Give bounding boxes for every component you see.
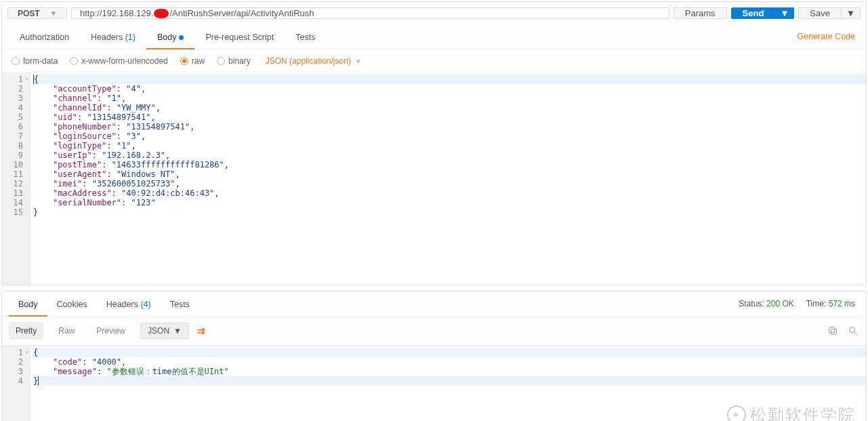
redaction-mark: [154, 9, 169, 18]
chevron-down-icon: ▼: [780, 8, 789, 18]
body-type-options: form-data x-www-form-urlencoded raw bina…: [2, 49, 866, 73]
content-type-label: JSON (application/json): [266, 56, 351, 66]
btn-label: Raw: [58, 326, 75, 336]
modified-dot-icon: [179, 35, 184, 40]
radio-icon: [12, 57, 20, 65]
url-text-suffix: /AntiRushServer/api/ActivityAntiRush: [169, 8, 314, 18]
radio-form-data[interactable]: form-data: [12, 56, 58, 66]
tab-headers[interactable]: Headers (1): [80, 24, 146, 49]
http-method-label: POST: [18, 9, 40, 18]
save-button-group: Save ▼: [798, 7, 861, 19]
view-raw-button[interactable]: Raw: [51, 322, 81, 340]
search-icon[interactable]: [847, 325, 859, 337]
send-button[interactable]: Send: [731, 7, 776, 19]
tab-resp-body[interactable]: Body: [9, 292, 47, 316]
radio-binary[interactable]: binary: [217, 56, 251, 66]
radio-label: x-www-form-urlencoded: [81, 56, 167, 66]
tab-label: Headers: [106, 300, 138, 309]
btn-label: Pretty: [16, 326, 37, 336]
response-toolbar: Pretty Raw Preview JSON▼ ⇉: [2, 317, 866, 346]
url-text-prefix: http://192.168.129.: [80, 8, 153, 18]
time-value: 572 ms: [829, 299, 855, 308]
editor-code[interactable]: { "code": "4000", "message": "参数错误：time的…: [30, 346, 866, 421]
json-key: "code": [53, 357, 82, 367]
view-pretty-button[interactable]: Pretty: [9, 322, 43, 340]
tab-resp-headers[interactable]: Headers (4): [97, 292, 161, 316]
time-label: Time:: [806, 299, 827, 308]
request-panel: POST ▼ http://192.168.129./AntiRushServe…: [1, 1, 867, 285]
tab-label: Body: [157, 33, 177, 42]
tab-label: Tests: [170, 300, 190, 309]
send-label: Send: [743, 8, 764, 18]
json-value: "4000": [92, 357, 121, 367]
svg-rect-1: [829, 327, 835, 333]
tab-prerequest[interactable]: Pre-request Script: [194, 24, 285, 49]
json-key: "message": [53, 367, 97, 376]
tab-label: Cookies: [57, 300, 87, 309]
svg-line-3: [854, 332, 857, 335]
request-body-editor[interactable]: 123456789101112131415 { "accountType": "…: [2, 73, 866, 285]
request-bar: POST ▼ http://192.168.129./AntiRushServe…: [2, 2, 866, 24]
save-button[interactable]: Save: [798, 7, 842, 19]
tab-label: Authorization: [20, 33, 69, 42]
chevron-down-icon: ▼: [355, 58, 362, 65]
svg-rect-0: [831, 329, 836, 334]
status-label: Status:: [739, 299, 764, 308]
radio-label: form-data: [23, 56, 58, 66]
tab-tests[interactable]: Tests: [285, 24, 326, 49]
radio-label: binary: [228, 56, 251, 66]
copy-icon[interactable]: [827, 325, 839, 337]
chevron-down-icon: ▼: [173, 326, 182, 336]
content-type-select[interactable]: JSON (application/json)▼: [266, 56, 362, 66]
editor-gutter: 1234: [2, 346, 30, 421]
tab-resp-tests[interactable]: Tests: [161, 292, 199, 316]
code-line: {: [33, 348, 38, 357]
http-method-select[interactable]: POST ▼: [7, 7, 67, 19]
radio-raw[interactable]: raw: [180, 56, 205, 66]
tab-body[interactable]: Body: [146, 24, 195, 49]
btn-label: Preview: [96, 326, 125, 336]
response-format-select[interactable]: JSON▼: [140, 323, 189, 339]
response-body-editor[interactable]: 1234 { "code": "4000", "message": "参数错误：…: [2, 346, 866, 421]
tab-label: Headers: [91, 33, 123, 42]
chevron-down-icon: ▼: [846, 8, 855, 18]
view-preview-button[interactable]: Preview: [89, 322, 132, 340]
editor-gutter: 123456789101112131415: [2, 73, 30, 285]
request-tabs: Authorization Headers (1) Body Pre-reque…: [2, 24, 866, 49]
generate-code-link[interactable]: Generate Code: [793, 25, 859, 48]
json-value: "参数错误：: [106, 367, 152, 376]
json-value: 的值不是UInt": [172, 367, 229, 376]
response-status: Status: 200 OK Time: 572 ms: [739, 299, 859, 308]
tab-count: (1): [125, 33, 136, 42]
tab-count: (4): [140, 300, 150, 309]
params-button[interactable]: Params: [674, 7, 727, 19]
radio-icon: [70, 57, 78, 65]
tab-label: Pre-request Script: [205, 33, 274, 42]
tab-authorization[interactable]: Authorization: [9, 24, 80, 49]
chevron-down-icon: ▼: [50, 9, 57, 17]
radio-label: raw: [192, 56, 205, 66]
generate-code-label: Generate Code: [798, 32, 855, 41]
save-label: Save: [810, 8, 830, 18]
json-value: time: [152, 367, 172, 376]
params-label: Params: [685, 8, 716, 18]
tab-resp-cookies[interactable]: Cookies: [47, 292, 97, 316]
status-value: 200 OK: [766, 299, 794, 308]
send-button-group: Send ▼: [731, 7, 795, 19]
tab-label: Body: [18, 300, 38, 309]
save-dropdown-button[interactable]: ▼: [842, 7, 861, 19]
response-panel: Body Cookies Headers (4) Tests Status: 2…: [1, 291, 867, 421]
url-input[interactable]: http://192.168.129./AntiRushServer/api/A…: [71, 7, 669, 19]
svg-point-2: [850, 327, 855, 333]
format-label: JSON: [148, 326, 169, 336]
response-tabs: Body Cookies Headers (4) Tests Status: 2…: [2, 292, 866, 317]
tab-label: Tests: [295, 33, 315, 42]
radio-urlencoded[interactable]: x-www-form-urlencoded: [70, 56, 167, 66]
radio-icon: [180, 57, 188, 65]
send-dropdown-button[interactable]: ▼: [775, 7, 794, 19]
wrap-lines-icon[interactable]: ⇉: [197, 325, 205, 336]
radio-icon: [217, 57, 225, 65]
editor-code[interactable]: { "accountType": "4", "channel": "1", "c…: [30, 73, 866, 285]
